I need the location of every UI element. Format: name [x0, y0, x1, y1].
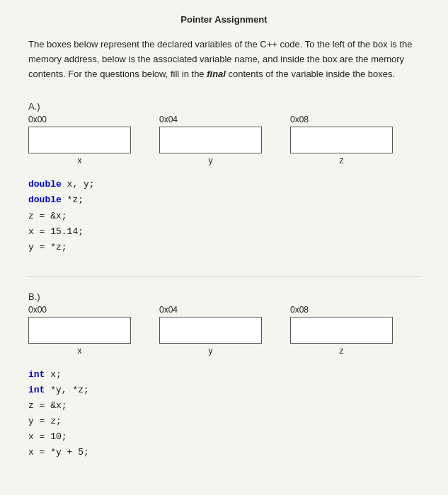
- code-line-0-2: z = &x;: [28, 209, 420, 224]
- box-varname-0-1: y: [159, 156, 262, 165]
- box-address-1-0: 0x00: [28, 305, 47, 315]
- boxes-row-0: 0x00x0x04y0x08z: [28, 115, 420, 165]
- code-line-1-4: x = 10;: [28, 429, 420, 445]
- box-group-0-0: 0x00x: [28, 115, 131, 165]
- section-b: B.)0x00x0x04y0x08zint x;int *y, *z;z = &…: [28, 291, 420, 461]
- boxes-row-1: 0x00x0x04y0x08z: [28, 305, 420, 356]
- code-block-1: int x;int *y, *z;z = &x;y = z;x = 10;x =…: [28, 367, 420, 461]
- box-group-0-2: 0x08z: [290, 115, 393, 165]
- memory-box-0-0[interactable]: [28, 127, 131, 153]
- code-line-0-1: double *z;: [28, 192, 420, 208]
- box-group-1-2: 0x08z: [290, 305, 393, 356]
- section-label-0: A.): [28, 101, 420, 112]
- memory-box-1-1[interactable]: [159, 317, 262, 344]
- memory-box-0-1[interactable]: [159, 127, 262, 153]
- memory-box-1-0[interactable]: [28, 317, 131, 344]
- code-line-0-4: y = *z;: [28, 240, 420, 255]
- code-block-0: double x, y;double *z;z = &x;x = 15.14;y…: [28, 177, 420, 255]
- code-line-1-3: y = z;: [28, 414, 420, 429]
- box-address-0-1: 0x04: [159, 115, 178, 124]
- box-varname-0-0: x: [28, 156, 131, 165]
- memory-box-0-2[interactable]: [290, 127, 393, 153]
- box-varname-1-1: y: [159, 346, 262, 356]
- memory-box-1-2[interactable]: [290, 317, 393, 344]
- box-address-0-2: 0x08: [290, 115, 309, 124]
- box-address-1-1: 0x04: [159, 305, 178, 315]
- code-line-1-1: int *y, *z;: [28, 383, 420, 398]
- code-line-1-0: int x;: [28, 367, 420, 383]
- code-line-0-0: double x, y;: [28, 177, 420, 192]
- intro-paragraph: The boxes below represent the declared v…: [28, 37, 420, 81]
- box-varname-1-2: z: [290, 346, 393, 356]
- code-line-1-2: z = &x;: [28, 398, 420, 414]
- box-group-1-0: 0x00x: [28, 305, 131, 356]
- box-address-1-2: 0x08: [290, 305, 309, 315]
- section-label-1: B.): [28, 291, 420, 302]
- box-group-1-1: 0x04y: [159, 305, 262, 356]
- page-title: Pointer Assignment: [28, 14, 420, 25]
- box-address-0-0: 0x00: [28, 115, 47, 124]
- section-divider: [28, 276, 420, 277]
- box-group-0-1: 0x04y: [159, 115, 262, 165]
- code-line-1-5: x = *y + 5;: [28, 445, 420, 460]
- section-a: A.)0x00x0x04y0x08zdouble x, y;double *z;…: [28, 101, 420, 255]
- box-varname-1-0: x: [28, 346, 131, 356]
- box-varname-0-2: z: [290, 156, 393, 165]
- code-line-0-3: x = 15.14;: [28, 224, 420, 240]
